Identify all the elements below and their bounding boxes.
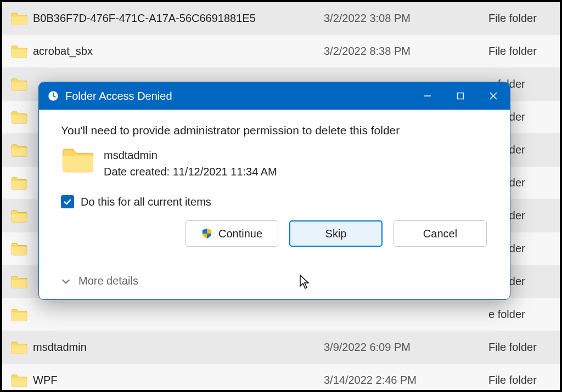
file-type: File folder (488, 341, 554, 354)
skip-button[interactable]: Skip (289, 220, 383, 247)
file-date: 3/2/2022 3:08 PM (324, 12, 488, 25)
continue-button[interactable]: Continue (185, 220, 278, 247)
dialog-titlebar: Folder Access Denied (39, 82, 510, 110)
file-name: B0B36F7D-476F-471C-A17A-56C6691881E5 (33, 12, 324, 25)
folder-icon (11, 374, 27, 387)
button-label: Skip (325, 228, 347, 240)
dialog-folder-name: msdtadmin (104, 147, 277, 163)
clock-icon (47, 89, 60, 103)
file-name: msdtadmin (33, 341, 324, 354)
file-name: acrobat_sbx (33, 45, 324, 58)
button-label: Cancel (423, 228, 457, 240)
folder-icon (11, 45, 27, 58)
folder-icon (11, 78, 27, 91)
table-row[interactable]: WPF3/14/2022 2:46 PMFile folder (2, 364, 560, 392)
button-label: Continue (218, 228, 262, 240)
svg-rect-3 (458, 93, 464, 99)
dialog-message: You'll need to provide administrator per… (61, 124, 490, 137)
file-name: WPF (33, 374, 324, 387)
table-row[interactable]: B0B36F7D-476F-471C-A17A-56C6691881E53/2/… (2, 2, 560, 35)
minimize-button[interactable] (411, 82, 444, 110)
folder-icon (11, 308, 27, 321)
file-type: File folder (488, 45, 554, 58)
file-date: 3/9/2022 6:09 PM (324, 341, 488, 354)
folder-access-denied-dialog: Folder Access Denied You'll need to prov… (38, 82, 510, 300)
checkbox-checked-icon (61, 195, 74, 208)
uac-shield-icon (201, 228, 213, 240)
folder-icon (11, 341, 27, 354)
more-details-toggle[interactable]: More details (39, 265, 510, 299)
maximize-button[interactable] (444, 82, 477, 110)
file-type: File folder (488, 12, 554, 25)
file-date: 3/2/2022 8:38 PM (324, 45, 488, 58)
folder-icon (62, 147, 94, 173)
file-type: e folder (488, 308, 554, 321)
close-button[interactable] (477, 82, 510, 110)
cancel-button[interactable]: Cancel (394, 220, 487, 247)
folder-icon (11, 242, 27, 255)
do-this-for-all-checkbox[interactable]: Do this for all current items (61, 195, 490, 208)
table-row[interactable]: msdtadmin3/9/2022 6:09 PMFile folder (2, 331, 560, 364)
folder-icon (11, 12, 27, 25)
table-row[interactable]: e folder (2, 298, 560, 331)
folder-icon (11, 144, 27, 157)
folder-icon (11, 177, 27, 190)
dialog-folder-date: Date created: 11/12/2021 11:34 AM (104, 163, 277, 180)
chevron-down-icon (61, 276, 71, 286)
more-details-label: More details (78, 275, 138, 287)
folder-icon (11, 111, 27, 124)
dialog-title: Folder Access Denied (65, 90, 172, 103)
checkbox-label: Do this for all current items (81, 196, 211, 208)
folder-icon (11, 275, 27, 288)
file-date: 3/14/2022 2:46 PM (324, 374, 488, 387)
folder-icon (11, 209, 27, 223)
table-row[interactable]: acrobat_sbx3/2/2022 8:38 PMFile folder (2, 35, 560, 68)
file-type: File folder (488, 374, 554, 387)
